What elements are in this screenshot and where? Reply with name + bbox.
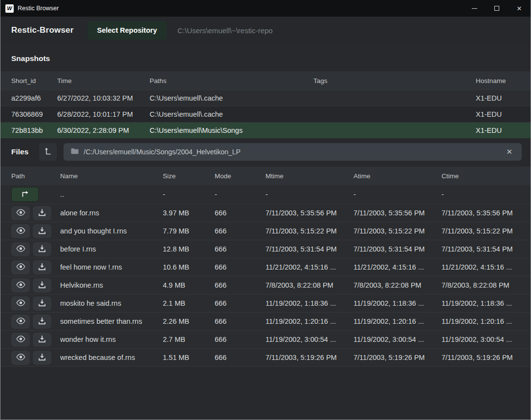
file-actions bbox=[11, 206, 60, 220]
file-actions bbox=[11, 296, 60, 311]
file-atime: 7/8/2003, 8:22:08 PM bbox=[354, 281, 442, 289]
snapshots-table-header: Short_id Time Paths Tags Hostname bbox=[0, 71, 531, 90]
preview-file-button[interactable] bbox=[11, 315, 30, 329]
file-mode: 666 bbox=[215, 263, 266, 271]
preview-file-button[interactable] bbox=[11, 351, 30, 365]
file-name: wonder how it.rns bbox=[60, 336, 163, 343]
file-ctime: 7/11/2003, 5:15:22 PM bbox=[442, 227, 524, 235]
download-icon bbox=[38, 299, 46, 308]
snapshot-row[interactable]: 72b813bb6/30/2022, 2:28:09 PMC:\Users\em… bbox=[0, 122, 531, 138]
file-size: 4.9 MB bbox=[163, 281, 215, 289]
preview-file-button[interactable] bbox=[11, 242, 30, 256]
download-icon bbox=[38, 209, 46, 218]
snapshot-paths: C:\Users\emuell\.cache bbox=[150, 94, 313, 102]
up-directory-button[interactable] bbox=[11, 187, 39, 202]
download-icon bbox=[38, 317, 46, 326]
snapshot-hostname: X1-EDU bbox=[476, 94, 524, 102]
download-file-button[interactable] bbox=[33, 206, 51, 220]
file-row: and you thought I.rns7.79 MB6667/11/2003… bbox=[0, 222, 531, 240]
file-mode: 666 bbox=[215, 245, 266, 253]
col-tags: Tags bbox=[313, 77, 476, 84]
file-atime: 7/11/2003, 5:15:22 PM bbox=[354, 227, 442, 235]
snapshot-row[interactable]: 763068696/28/2022, 10:01:17 PMC:\Users\e… bbox=[0, 106, 531, 122]
file-actions bbox=[11, 242, 60, 256]
select-repository-button[interactable]: Select Repository bbox=[88, 21, 167, 40]
snapshot-paths: C:\Users\emuell\.cache bbox=[150, 110, 313, 118]
file-atime: - bbox=[354, 190, 442, 198]
preview-file-button[interactable] bbox=[11, 296, 30, 311]
file-ctime: 11/19/2002, 1:20:16 ... bbox=[442, 317, 524, 325]
titlebar: W Restic Browser ✕ bbox=[0, 0, 531, 17]
file-size: 1.51 MB bbox=[163, 354, 215, 361]
snapshot-time: 6/27/2022, 10:03:32 PM bbox=[57, 94, 150, 102]
file-actions bbox=[11, 260, 60, 274]
col-time: Time bbox=[57, 77, 150, 84]
download-icon bbox=[38, 353, 46, 362]
preview-file-button[interactable] bbox=[11, 206, 30, 220]
clear-path-button[interactable]: ✕ bbox=[504, 146, 514, 158]
file-name: and you thought I.rns bbox=[60, 227, 163, 235]
col-hostname: Hostname bbox=[476, 77, 524, 84]
file-row: feel home now !.rns10.6 MB66611/21/2002,… bbox=[0, 258, 531, 276]
files-table-body: .. - - - - - alone for.rns3.97 MB6667/11… bbox=[0, 185, 531, 366]
preview-file-button[interactable] bbox=[11, 224, 30, 238]
file-mode: 666 bbox=[215, 227, 266, 235]
file-actions bbox=[11, 333, 60, 347]
download-file-button[interactable] bbox=[33, 224, 51, 238]
eye-icon bbox=[16, 336, 25, 344]
file-mode: 666 bbox=[215, 281, 266, 289]
maximize-button[interactable] bbox=[486, 0, 508, 17]
file-size: 3.97 MB bbox=[163, 209, 215, 217]
file-actions bbox=[11, 278, 60, 293]
path-breadcrumb[interactable]: /C:/Users/emuell/Music/Songs/2004_Helvet… bbox=[64, 143, 522, 161]
snapshot-short-id: a2299af6 bbox=[11, 94, 57, 102]
close-button[interactable]: ✕ bbox=[508, 0, 531, 17]
restore-tree-button[interactable] bbox=[39, 143, 57, 161]
file-mtime: 7/11/2003, 5:35:56 PM bbox=[266, 209, 354, 217]
col-paths: Paths bbox=[150, 77, 313, 84]
empty-area bbox=[0, 366, 531, 420]
file-row: wrecked because of.rns1.51 MB6667/11/200… bbox=[0, 348, 531, 366]
eye-icon bbox=[16, 299, 25, 308]
file-actions bbox=[11, 224, 60, 238]
snapshots-table-body: a2299af66/27/2022, 10:03:32 PMC:\Users\e… bbox=[0, 90, 531, 138]
file-mtime: 7/11/2003, 5:15:22 PM bbox=[266, 227, 354, 235]
file-mtime: 11/19/2002, 3:00:54 ... bbox=[266, 336, 354, 343]
snapshot-row[interactable]: a2299af66/27/2022, 10:03:32 PMC:\Users\e… bbox=[0, 90, 531, 106]
download-file-button[interactable] bbox=[33, 333, 51, 347]
download-file-button[interactable] bbox=[33, 351, 51, 365]
file-size: 7.79 MB bbox=[163, 227, 215, 235]
window-controls: ✕ bbox=[463, 0, 531, 17]
download-file-button[interactable] bbox=[33, 242, 51, 256]
file-atime: 11/19/2002, 1:20:16 ... bbox=[354, 317, 442, 325]
file-ctime: 7/8/2003, 8:22:08 PM bbox=[442, 281, 524, 289]
download-file-button[interactable] bbox=[33, 296, 51, 311]
download-file-button[interactable] bbox=[33, 278, 51, 293]
file-mtime: 11/19/2002, 1:20:16 ... bbox=[266, 317, 354, 325]
file-mtime: 7/11/2003, 5:31:54 PM bbox=[266, 245, 354, 253]
download-file-button[interactable] bbox=[33, 260, 51, 274]
col-size: Size bbox=[163, 172, 215, 180]
download-file-button[interactable] bbox=[33, 315, 51, 329]
eye-icon bbox=[16, 209, 25, 217]
file-mode: 666 bbox=[215, 336, 266, 343]
preview-file-button[interactable] bbox=[11, 278, 30, 293]
folder-icon bbox=[71, 147, 79, 156]
download-icon bbox=[38, 227, 46, 236]
minimize-button[interactable] bbox=[463, 0, 486, 17]
file-ctime: 11/19/2002, 3:00:54 ... bbox=[442, 336, 524, 343]
col-atime: Atime bbox=[354, 172, 442, 180]
preview-file-button[interactable] bbox=[11, 260, 30, 274]
preview-file-button[interactable] bbox=[11, 333, 30, 347]
file-actions bbox=[11, 351, 60, 365]
file-mtime: 7/8/2003, 8:22:08 PM bbox=[266, 281, 354, 289]
download-icon bbox=[38, 335, 46, 344]
file-name[interactable]: .. bbox=[60, 190, 163, 198]
file-mtime: - bbox=[266, 190, 354, 198]
file-name: sometimes better than.rns bbox=[60, 317, 163, 325]
snapshots-title: Snapshots bbox=[0, 44, 531, 71]
file-name: alone for.rns bbox=[60, 209, 163, 217]
file-size: 2.26 MB bbox=[163, 317, 215, 325]
eye-icon bbox=[16, 317, 25, 326]
file-mode: 666 bbox=[215, 354, 266, 361]
